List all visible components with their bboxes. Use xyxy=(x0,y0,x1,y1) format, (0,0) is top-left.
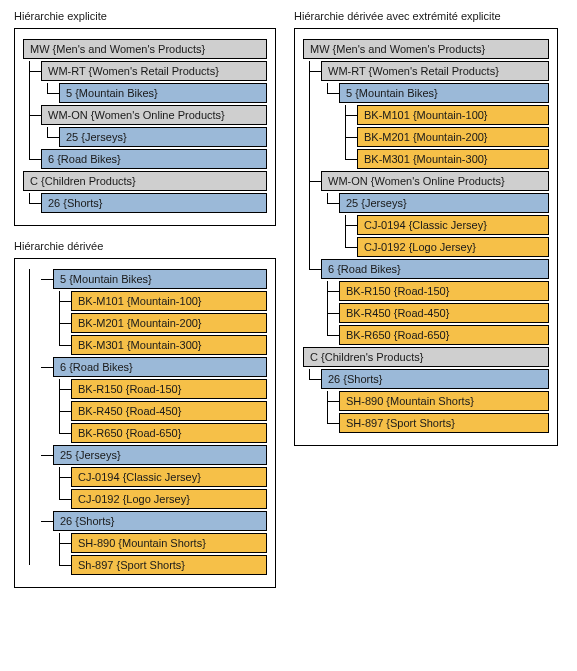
node-name: {Mountain Bikes} xyxy=(75,87,158,99)
node-code: 6 xyxy=(60,361,66,373)
node-code: WM-ON xyxy=(328,175,368,187)
tree-node: CJ-0192 {Logo Jersey} xyxy=(357,237,549,257)
tree-node: WM-ON {Women's Online Products} xyxy=(321,171,549,191)
node-name: {Road-450} xyxy=(126,405,182,417)
tree-node: 26 {Shorts} xyxy=(41,193,267,213)
tree-node: CJ-0194 {Classic Jersey} xyxy=(71,467,267,487)
node-name: {Jerseys} xyxy=(361,197,406,209)
tree-node: MW {Men's and Women's Products} xyxy=(303,39,549,59)
diagram-columns: Hiérarchie explicite MW {Men's and Women… xyxy=(14,10,563,602)
tree-node: 25 {Jerseys} xyxy=(339,193,549,213)
tree-node: BK-R150 {Road-150} xyxy=(71,379,267,399)
node-name: {Road-150} xyxy=(126,383,182,395)
node-name: {Road Bikes} xyxy=(337,263,401,275)
node-name: {Shorts} xyxy=(343,373,382,385)
node-name: {Road Bikes} xyxy=(69,361,133,373)
node-code: SH-890 xyxy=(78,537,115,549)
tree-node: BK-R450 {Road-450} xyxy=(71,401,267,421)
tree-node: BK-M101 {Mountain-100} xyxy=(357,105,549,125)
tree-node: BK-M301 {Mountain-300} xyxy=(71,335,267,355)
node-code: CJ-0194 xyxy=(78,471,120,483)
node-code: BK-R650 xyxy=(346,329,391,341)
node-code: BK-M101 xyxy=(364,109,410,121)
node-code: SH-897 xyxy=(346,417,383,429)
node-name: {Logo Jersey} xyxy=(123,493,190,505)
tree-node: SH-890 {Mountain Shorts} xyxy=(339,391,549,411)
node-name: {Men's and Women's Products} xyxy=(333,43,486,55)
node-code: MW xyxy=(310,43,330,55)
tree-node: C {Children Products} xyxy=(23,171,267,191)
tree-node: 26 {Shorts} xyxy=(321,369,549,389)
node-name: {Road-650} xyxy=(394,329,450,341)
node-name: {Women's Retail Products} xyxy=(369,65,499,77)
node-code: 5 xyxy=(60,273,66,285)
node-code: BK-M301 xyxy=(78,339,124,351)
derived-hierarchy-title: Hiérarchie dérivée xyxy=(14,240,276,252)
tree-node: WM-RT {Women's Retail Products} xyxy=(321,61,549,81)
node-code: 25 xyxy=(60,449,72,461)
node-name: {Children Products} xyxy=(41,175,136,187)
node-code: CJ-0192 xyxy=(364,241,406,253)
tree-node: 5 {Mountain Bikes} xyxy=(53,269,267,289)
node-code: 26 xyxy=(48,197,60,209)
node-name: {Jerseys} xyxy=(81,131,126,143)
node-code: 5 xyxy=(346,87,352,99)
node-code: 25 xyxy=(66,131,78,143)
node-name: {Road-150} xyxy=(394,285,450,297)
node-code: BK-R450 xyxy=(346,307,391,319)
node-code: WM-ON xyxy=(48,109,88,121)
tree-node: MW {Men's and Women's Products} xyxy=(23,39,267,59)
tree-node: 6 {Road Bikes} xyxy=(53,357,267,377)
node-code: C xyxy=(30,175,38,187)
tree-node: BK-M101 {Mountain-100} xyxy=(71,291,267,311)
node-code: BK-M201 xyxy=(78,317,124,329)
tree-node: BK-M201 {Mountain-200} xyxy=(357,127,549,147)
node-code: BK-R650 xyxy=(78,427,123,439)
node-code: 6 xyxy=(328,263,334,275)
tree-node: BK-R450 {Road-450} xyxy=(339,303,549,323)
tree-node: 5 {Mountain Bikes} xyxy=(339,83,549,103)
tree-node: BK-R650 {Road-650} xyxy=(339,325,549,345)
node-name: {Mountain-200} xyxy=(413,131,488,143)
tree-node: 6 {Road Bikes} xyxy=(321,259,549,279)
tree-node: 25 {Jerseys} xyxy=(59,127,267,147)
node-name: {Classic Jersey} xyxy=(123,471,201,483)
node-code: 26 xyxy=(328,373,340,385)
node-name: {Sport Shorts} xyxy=(386,417,455,429)
tree-node: 25 {Jerseys} xyxy=(53,445,267,465)
node-code: BK-R450 xyxy=(78,405,123,417)
node-code: BK-M101 xyxy=(78,295,124,307)
tree-node: BK-R150 {Road-150} xyxy=(339,281,549,301)
node-name: {Mountain-300} xyxy=(413,153,488,165)
tree-node: WM-ON {Women's Online Products} xyxy=(41,105,267,125)
node-code: CJ-0194 xyxy=(364,219,406,231)
explicit-hierarchy-panel: MW {Men's and Women's Products} WM-RT {W… xyxy=(14,28,276,226)
tree-node: BK-M201 {Mountain-200} xyxy=(71,313,267,333)
left-column: Hiérarchie explicite MW {Men's and Women… xyxy=(14,10,276,602)
node-code: BK-R150 xyxy=(78,383,123,395)
tree-node: 6 {Road Bikes} xyxy=(41,149,267,169)
node-code: WM-RT xyxy=(328,65,365,77)
node-code: SH-890 xyxy=(346,395,383,407)
node-code: MW xyxy=(30,43,50,55)
tree-node: SH-890 {Mountain Shorts} xyxy=(71,533,267,553)
derived-capped-hierarchy-title: Hiérarchie dérivée avec extrémité explic… xyxy=(294,10,558,22)
node-name: {Women's Retail Products} xyxy=(89,65,219,77)
node-name: {Shorts} xyxy=(63,197,102,209)
node-name: {Classic Jersey} xyxy=(409,219,487,231)
node-code: 26 xyxy=(60,515,72,527)
node-name: {Road-450} xyxy=(394,307,450,319)
node-name: {Jerseys} xyxy=(75,449,120,461)
tree-node: Sh-897 {Sport Shorts} xyxy=(71,555,267,575)
node-code: BK-M201 xyxy=(364,131,410,143)
node-name: {Road Bikes} xyxy=(57,153,121,165)
derived-hierarchy-panel: 5 {Mountain Bikes} BK-M101 {Mountain-100… xyxy=(14,258,276,588)
tree-node: 5 {Mountain Bikes} xyxy=(59,83,267,103)
node-code: C xyxy=(310,351,318,363)
tree-node: CJ-0192 {Logo Jersey} xyxy=(71,489,267,509)
node-name: {Shorts} xyxy=(75,515,114,527)
right-column: Hiérarchie dérivée avec extrémité explic… xyxy=(294,10,558,602)
tree-node: BK-R650 {Road-650} xyxy=(71,423,267,443)
node-name: {Mountain-100} xyxy=(413,109,488,121)
node-code: 5 xyxy=(66,87,72,99)
